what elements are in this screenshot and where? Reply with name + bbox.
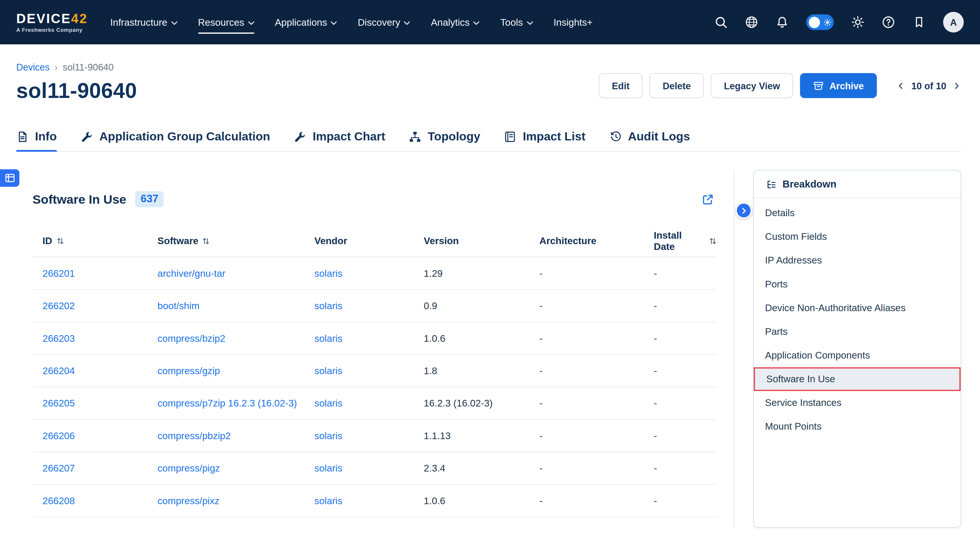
- row-software-link[interactable]: compress/p7zip 16.2.3 (16.02-3): [158, 398, 297, 409]
- nav-item-insights-plus[interactable]: Insights+: [554, 16, 593, 28]
- breakdown-item-parts[interactable]: Parts: [754, 320, 961, 344]
- column-header-version[interactable]: Version: [424, 236, 539, 247]
- nav-item-resources[interactable]: Resources: [198, 16, 255, 28]
- row-id-link[interactable]: 266203: [43, 333, 75, 344]
- nav-item-infrastructure[interactable]: Infrastructure: [110, 16, 177, 28]
- open-external-button[interactable]: [701, 192, 715, 206]
- tab-impact-list[interactable]: Impact List: [504, 122, 586, 151]
- tab-audit-logs[interactable]: Audit Logs: [609, 122, 690, 151]
- device42-logo[interactable]: DEVICE42 A Freshworks Company: [16, 11, 88, 33]
- column-header-software[interactable]: Software: [158, 236, 315, 247]
- column-header-install-date[interactable]: Install Date: [654, 230, 716, 252]
- row-software-link[interactable]: compress/pbzip2: [158, 430, 231, 441]
- row-architecture: -: [539, 398, 654, 409]
- row-version: 2.3.4: [424, 463, 539, 474]
- row-architecture: -: [539, 301, 654, 312]
- row-version: 1.1.13: [424, 430, 539, 441]
- row-vendor-link[interactable]: solaris: [314, 495, 342, 506]
- bookmark-icon[interactable]: [913, 16, 926, 29]
- row-version: 1.0.6: [424, 495, 539, 507]
- tab-topology[interactable]: Topology: [409, 122, 480, 151]
- breakdown-item-service-instances[interactable]: Service Instances: [754, 391, 961, 415]
- column-header-id[interactable]: ID: [43, 236, 158, 247]
- pager-label: 10 of 10: [911, 80, 946, 91]
- row-vendor-link[interactable]: solaris: [314, 366, 342, 376]
- column-header-vendor[interactable]: Vendor: [314, 236, 423, 247]
- row-architecture: -: [539, 495, 654, 507]
- row-vendor-link[interactable]: solaris: [314, 463, 342, 474]
- row-install-date: -: [654, 333, 716, 344]
- tab-impact-chart[interactable]: Impact Chart: [294, 122, 385, 151]
- row-id-link[interactable]: 266205: [43, 398, 75, 409]
- column-header-architecture[interactable]: Architecture: [539, 236, 654, 247]
- table-row: 266201 archiver/gnu-tar solaris 1.29 - -: [32, 258, 716, 290]
- panel-title: Software In Use: [32, 192, 126, 206]
- row-vendor-link[interactable]: solaris: [314, 398, 342, 409]
- panel-expand-button[interactable]: [736, 202, 752, 219]
- navbar-actions: A: [714, 12, 964, 32]
- breakdown-item-ip-addresses[interactable]: IP Addresses: [754, 249, 961, 272]
- row-vendor-link[interactable]: solaris: [314, 430, 342, 441]
- gear-icon[interactable]: [851, 16, 864, 29]
- tab-application-group-calculation[interactable]: Application Group Calculation: [81, 122, 270, 151]
- row-software-link[interactable]: boot/shim: [158, 301, 199, 311]
- row-version: 1.0.6: [424, 333, 539, 344]
- row-vendor-link[interactable]: solaris: [314, 301, 342, 311]
- wrench-icon: [81, 131, 93, 143]
- chevron-down-icon: [404, 21, 410, 25]
- breakdown-item-details[interactable]: Details: [754, 201, 961, 225]
- legacy-view-button[interactable]: Legacy View: [711, 73, 793, 98]
- row-install-date: -: [654, 301, 716, 312]
- pager-prev-button[interactable]: [896, 80, 905, 91]
- breakdown-item-mount-points[interactable]: Mount Points: [754, 415, 961, 439]
- software-table: ID Software Vendor Version: [32, 225, 716, 517]
- archive-button[interactable]: Archive: [800, 73, 877, 98]
- edit-button[interactable]: Edit: [599, 73, 643, 98]
- theme-toggle[interactable]: [806, 14, 834, 30]
- search-icon[interactable]: [714, 16, 727, 29]
- row-vendor-link[interactable]: solaris: [314, 268, 342, 279]
- row-id-link[interactable]: 266202: [43, 301, 75, 311]
- table-row: 266205 compress/p7zip 16.2.3 (16.02-3) s…: [32, 387, 716, 420]
- notifications-bell-icon[interactable]: [776, 16, 789, 29]
- pager-next-button[interactable]: [953, 80, 961, 91]
- row-id-link[interactable]: 266208: [43, 495, 75, 506]
- breakdown-item-software-in-use[interactable]: Software In Use: [754, 367, 961, 391]
- nav-item-discovery[interactable]: Discovery: [358, 16, 410, 28]
- breakdown-panel: Breakdown Details Custom Fields IP Addre…: [753, 170, 961, 528]
- row-id-link[interactable]: 266204: [43, 366, 75, 376]
- row-software-link[interactable]: compress/pigz: [158, 463, 220, 474]
- breakdown-item-device-non-authoritative-aliases[interactable]: Device Non-Authoritative Aliases: [754, 296, 961, 320]
- row-architecture: -: [539, 268, 654, 279]
- tab-info[interactable]: Info: [16, 122, 57, 151]
- breakdown-item-custom-fields[interactable]: Custom Fields: [754, 225, 961, 249]
- chevron-right-icon: [741, 207, 746, 214]
- row-software-link[interactable]: compress/bzip2: [158, 333, 226, 344]
- breakdown-item-label: Mount Points: [765, 421, 822, 432]
- row-software-link[interactable]: compress/gzip: [158, 366, 220, 376]
- row-id-link[interactable]: 266207: [43, 463, 75, 474]
- journal-icon: [504, 131, 517, 143]
- logo-text: DEVICE42: [16, 11, 88, 25]
- row-software-link[interactable]: archiver/gnu-tar: [158, 268, 226, 279]
- globe-icon[interactable]: [745, 16, 758, 29]
- breakdown-item-application-components[interactable]: Application Components: [754, 344, 961, 367]
- breadcrumb-devices-link[interactable]: Devices: [16, 62, 49, 73]
- row-software-link[interactable]: compress/pixz: [158, 495, 220, 506]
- nav-item-analytics[interactable]: Analytics: [431, 16, 480, 28]
- row-install-date: -: [654, 366, 716, 377]
- page-title: sol11-90640: [16, 79, 137, 103]
- row-vendor-link[interactable]: solaris: [314, 333, 342, 344]
- row-install-date: -: [654, 463, 716, 474]
- file-icon: [16, 131, 29, 143]
- delete-button[interactable]: Delete: [649, 73, 704, 98]
- nav-item-applications[interactable]: Applications: [275, 16, 337, 28]
- help-icon[interactable]: [882, 16, 895, 29]
- breadcrumb-separator: ›: [55, 62, 58, 73]
- row-version: 1.29: [424, 268, 539, 279]
- row-id-link[interactable]: 266206: [43, 430, 75, 441]
- user-avatar[interactable]: A: [943, 12, 964, 32]
- row-id-link[interactable]: 266201: [43, 268, 75, 279]
- breakdown-item-ports[interactable]: Ports: [754, 273, 961, 296]
- nav-item-tools[interactable]: Tools: [500, 16, 533, 28]
